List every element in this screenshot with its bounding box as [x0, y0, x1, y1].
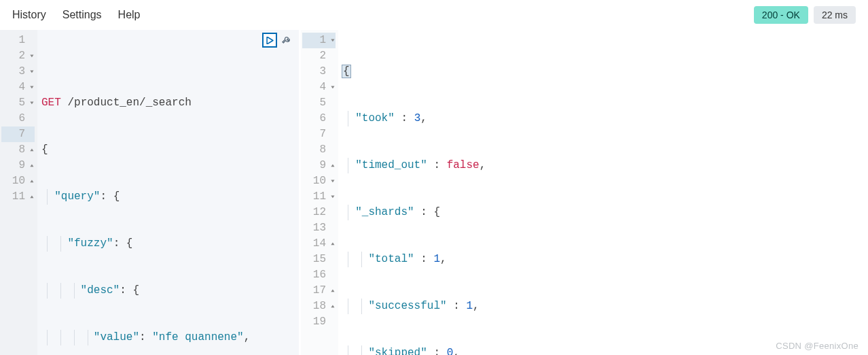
menu-help[interactable]: Help	[118, 9, 141, 21]
line-number: 13	[302, 220, 336, 236]
timing-badge: 22 ms	[814, 6, 856, 24]
code-row: "desc": {	[41, 283, 299, 299]
json-key: "value"	[94, 331, 139, 343]
wrench-icon	[281, 35, 292, 46]
line-number: 7	[302, 126, 336, 142]
line-number: 15	[302, 252, 336, 267]
line-number: 2	[1, 48, 35, 64]
response-gutter: 1 2 3 4 5 6 7 8 9 10 11 12 13 14 15 16 1…	[301, 30, 338, 355]
code-row: {	[342, 64, 868, 80]
line-number: 17	[302, 283, 336, 299]
json-string: "nfe quannene"	[152, 331, 243, 343]
response-code[interactable]: { "took" : 3, "timed_out" : false, "_sha…	[338, 30, 868, 355]
json-key: "took"	[355, 112, 395, 124]
code-row: "total" : 1,	[342, 252, 868, 267]
top-bar: History Settings Help 200 - OK 22 ms	[0, 0, 868, 30]
json-number: 1	[433, 253, 440, 265]
watermark: CSDN @FeenixOne	[776, 341, 858, 351]
line-number: 14	[302, 236, 336, 252]
line-number: 12	[302, 205, 336, 220]
request-pane: 1 2 3 4 5 6 7 8 9 10 11	[0, 30, 299, 355]
menu-history[interactable]: History	[12, 9, 46, 21]
request-gutter: 1 2 3 4 5 6 7 8 9 10 11	[0, 30, 37, 355]
line-number: 6	[302, 111, 336, 126]
json-key: "_shards"	[355, 206, 414, 218]
line-number: 3	[1, 64, 35, 80]
line-number: 4	[302, 80, 336, 95]
status-badge: 200 - OK	[754, 6, 808, 24]
request-code[interactable]: GET /product_en/_search { "query": { "fu…	[37, 30, 299, 355]
line-number: 11	[1, 189, 35, 205]
json-key: "timed_out"	[355, 159, 427, 171]
run-button[interactable]	[262, 33, 277, 48]
response-editor[interactable]: 1 2 3 4 5 6 7 8 9 10 11 12 13 14 15 16 1…	[301, 30, 868, 355]
line-number: 11	[302, 189, 336, 205]
request-editor[interactable]: 1 2 3 4 5 6 7 8 9 10 11	[0, 30, 299, 355]
line-number: 5	[302, 95, 336, 111]
code-row: "successful" : 1,	[342, 299, 868, 314]
menu-bar: History Settings Help	[12, 9, 754, 21]
json-key: "desc"	[81, 284, 120, 297]
line-number: 6	[1, 111, 35, 126]
code-row: {	[41, 142, 299, 158]
line-number: 5	[1, 95, 35, 111]
line-number: 2	[302, 48, 336, 64]
request-path: /product_en/_search	[67, 97, 191, 109]
run-tools	[262, 33, 293, 48]
json-number: 1	[466, 300, 473, 312]
wrench-button[interactable]	[280, 33, 293, 47]
code-row: "_shards" : {	[342, 205, 868, 220]
json-key: "total"	[368, 253, 414, 265]
json-key: "fuzzy"	[67, 237, 113, 250]
line-number: 8	[302, 142, 336, 158]
line-number: 16	[302, 267, 336, 283]
line-number: 10	[302, 173, 336, 189]
split-panes: 1 2 3 4 5 6 7 8 9 10 11	[0, 30, 868, 355]
status-group: 200 - OK 22 ms	[754, 6, 856, 24]
line-number: 7	[1, 126, 35, 142]
line-number: 9	[302, 158, 336, 173]
code-row: "fuzzy": {	[41, 236, 299, 252]
line-number: 3	[302, 64, 336, 80]
play-icon	[266, 37, 274, 44]
line-number: 1	[302, 33, 336, 48]
code-row: "value": "nfe quannene",	[41, 330, 299, 345]
json-key: "query"	[54, 190, 100, 203]
line-number: 8	[1, 142, 35, 158]
menu-settings[interactable]: Settings	[62, 9, 102, 21]
code-row: "query": {	[41, 189, 299, 205]
json-key: "skipped"	[368, 347, 427, 355]
code-row: GET /product_en/_search	[41, 95, 299, 111]
line-number: 4	[1, 80, 35, 95]
code-row: "timed_out" : false,	[342, 158, 868, 173]
json-key: "successful"	[368, 300, 446, 312]
line-number: 19	[302, 314, 336, 330]
response-pane: 1 2 3 4 5 6 7 8 9 10 11 12 13 14 15 16 1…	[301, 30, 868, 355]
line-number: 9	[1, 158, 35, 173]
json-number: 3	[414, 112, 421, 124]
http-method: GET	[41, 97, 61, 109]
line-number: 10	[1, 173, 35, 189]
line-number: 18	[302, 299, 336, 314]
json-number: 0	[447, 347, 454, 355]
line-number: 1	[1, 33, 35, 48]
code-row: "took" : 3,	[342, 111, 868, 126]
json-bool: false	[447, 159, 480, 171]
